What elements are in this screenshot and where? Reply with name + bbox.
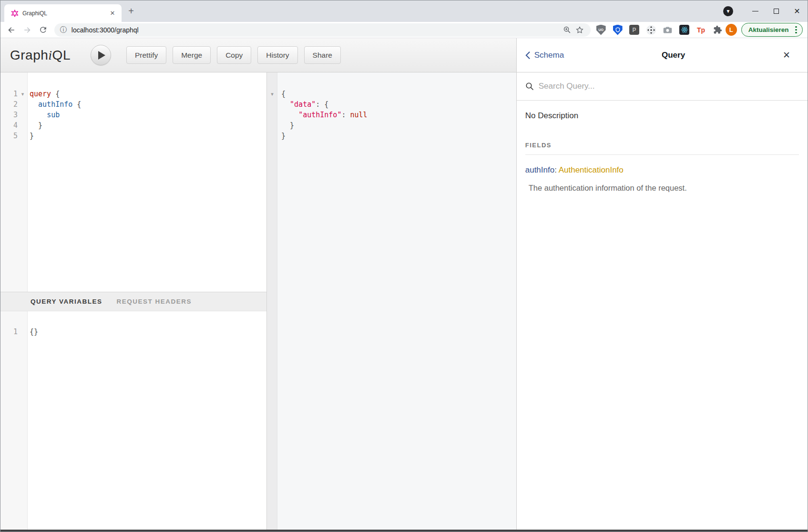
doc-fields-header: FIELDS: [525, 142, 799, 155]
doc-no-description: No Description: [525, 111, 799, 121]
fold-arrow-icon[interactable]: ▾: [267, 89, 277, 99]
code-line[interactable]: 4 }: [0, 120, 266, 131]
code-line[interactable]: 1▾query {: [0, 89, 266, 99]
share-button[interactable]: Share: [304, 46, 341, 64]
line-number: 1: [0, 327, 18, 337]
url-text[interactable]: localhost:3000/graphql: [72, 26, 561, 34]
fold-spacer: [18, 99, 28, 110]
code-text: {: [277, 89, 286, 99]
tab-query-variables[interactable]: QUERY VARIABLES: [31, 298, 102, 305]
update-label: Aktualisieren: [748, 26, 789, 33]
fold-arrow-icon[interactable]: ▾: [18, 89, 28, 99]
doc-close-icon[interactable]: ✕: [783, 50, 790, 61]
doc-back-link[interactable]: Schema: [525, 51, 564, 60]
code-line[interactable]: 1{}: [0, 327, 266, 337]
code-text: query {: [28, 89, 60, 99]
chrome-status-badge-icon[interactable]: ▼: [723, 6, 733, 16]
doc-field-description: The authentication information of the re…: [525, 184, 799, 193]
doc-search-row: [517, 72, 808, 101]
variables-editor[interactable]: 1{}: [0, 311, 266, 531]
graphiql-page: GraphiQL Prettify Merge Copy History Sha…: [0, 38, 808, 530]
doc-explorer-header: Schema Query ✕: [517, 38, 808, 72]
code-line[interactable]: "data": {: [267, 99, 516, 110]
graphiql-logo: GraphiQL: [10, 48, 71, 63]
doc-panel-title: Query: [564, 51, 783, 60]
code-line[interactable]: }: [267, 131, 516, 141]
minimize-button[interactable]: [745, 4, 766, 19]
p-extension-icon[interactable]: P: [629, 24, 640, 36]
query-column: 1▾query {2 authInfo {3 sub4 }5} QUERY VA…: [0, 72, 266, 530]
browser-titlebar: GraphiQL ✕ + ▼ ✕: [0, 0, 808, 22]
profile-avatar[interactable]: L: [726, 24, 737, 36]
prettify-button[interactable]: Prettify: [126, 46, 166, 64]
code-line[interactable]: }: [267, 120, 516, 131]
maximize-button[interactable]: [766, 4, 787, 19]
field-type-link[interactable]: AuthenticationInfo: [559, 165, 624, 174]
result-pane[interactable]: ▾{ "data": { "authInfo": null }}: [266, 72, 516, 530]
window-controls: ▼ ✕: [723, 0, 808, 22]
editors-area: 1▾query {2 authInfo {3 sub4 }5} QUERY VA…: [0, 72, 516, 530]
code-line[interactable]: ▾{: [267, 89, 516, 99]
forward-button[interactable]: [21, 23, 34, 37]
copy-button[interactable]: Copy: [217, 46, 251, 64]
line-number: 5: [0, 131, 18, 141]
fold-spacer: [18, 120, 28, 131]
window-bottom-edge: [0, 530, 808, 532]
graphiql-main: GraphiQL Prettify Merge Copy History Sha…: [0, 38, 516, 530]
url-bar[interactable]: ⓘ localhost:3000/graphql: [54, 23, 591, 37]
doc-search-input[interactable]: [539, 82, 799, 91]
page-info-icon[interactable]: ⓘ: [60, 26, 67, 34]
react-devtools-extension-icon[interactable]: [679, 24, 690, 36]
code-line[interactable]: "authInfo": null: [267, 110, 516, 120]
camera-extension-icon[interactable]: [662, 24, 674, 36]
close-window-button[interactable]: ✕: [787, 4, 808, 19]
move-circle-extension-icon[interactable]: [645, 24, 657, 36]
graphql-favicon-icon: [11, 10, 19, 17]
browser-window: GraphiQL ✕ + ▼ ✕ ⓘ localhost:3000/graphq…: [0, 0, 808, 532]
code-text: }: [28, 120, 42, 131]
code-text: {}: [28, 327, 38, 337]
field-name-link[interactable]: authInfo: [525, 165, 554, 174]
bitwarden-extension-icon[interactable]: [612, 24, 624, 36]
extensions-puzzle-icon[interactable]: [712, 24, 724, 36]
doc-explorer-panel: Schema Query ✕ No Description FIELDS aut…: [516, 38, 808, 530]
zoom-page-icon[interactable]: [561, 24, 573, 36]
browser-tab[interactable]: GraphiQL ✕: [4, 4, 122, 22]
fold-spacer: [267, 99, 277, 110]
fold-spacer: [267, 120, 277, 131]
code-text: "authInfo": null: [277, 110, 368, 120]
fold-spacer: [267, 131, 277, 141]
code-line[interactable]: 3 sub: [0, 110, 266, 120]
extensions-row: UO P: [595, 24, 724, 36]
back-button[interactable]: [5, 23, 18, 37]
fold-spacer: [18, 131, 28, 141]
variables-editor-gutter: [0, 311, 28, 531]
code-text: }: [28, 131, 34, 141]
line-number: 1: [0, 89, 18, 99]
code-line[interactable]: 2 authInfo {: [0, 99, 266, 110]
merge-button[interactable]: Merge: [173, 46, 211, 64]
line-number: 4: [0, 120, 18, 131]
query-editor[interactable]: 1▾query {2 authInfo {3 sub4 }5}: [0, 72, 266, 292]
play-icon: [98, 51, 105, 60]
result-fold-gutter: [267, 72, 277, 530]
browser-toolbar: ⓘ localhost:3000/graphql UO: [0, 22, 808, 38]
graphiql-topbar: GraphiQL Prettify Merge Copy History Sha…: [0, 38, 516, 72]
tp-extension-icon[interactable]: Tp: [695, 24, 707, 36]
ublock-extension-icon[interactable]: UO: [595, 24, 607, 36]
code-text: sub: [28, 110, 60, 120]
chrome-update-menu-button[interactable]: Aktualisieren: [741, 23, 803, 37]
new-tab-button[interactable]: +: [125, 6, 137, 17]
bookmark-star-icon[interactable]: [573, 24, 586, 36]
execute-query-button[interactable]: [91, 45, 111, 65]
reload-button[interactable]: [37, 23, 50, 37]
tab-close-icon[interactable]: ✕: [108, 9, 117, 18]
doc-field-item: authInfo: AuthenticationInfo: [525, 165, 799, 175]
tab-request-headers[interactable]: REQUEST HEADERS: [117, 298, 192, 305]
code-line[interactable]: 5}: [0, 131, 266, 141]
line-number: 3: [0, 110, 18, 120]
line-number: 2: [0, 99, 18, 110]
history-button[interactable]: History: [257, 46, 297, 64]
chevron-left-icon: [525, 51, 531, 60]
search-icon: [525, 82, 534, 91]
